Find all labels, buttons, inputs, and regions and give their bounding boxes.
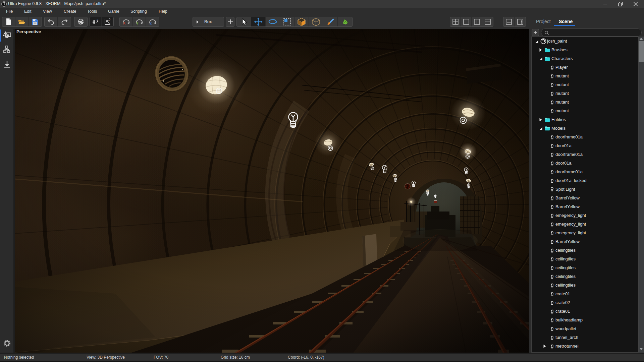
svg-text:2: 2: [97, 18, 98, 21]
svg-text:2: 2: [109, 18, 111, 22]
svg-text:X: X: [123, 21, 126, 25]
svg-text:Z: Z: [150, 21, 152, 25]
svg-text:Y: Y: [136, 21, 139, 25]
